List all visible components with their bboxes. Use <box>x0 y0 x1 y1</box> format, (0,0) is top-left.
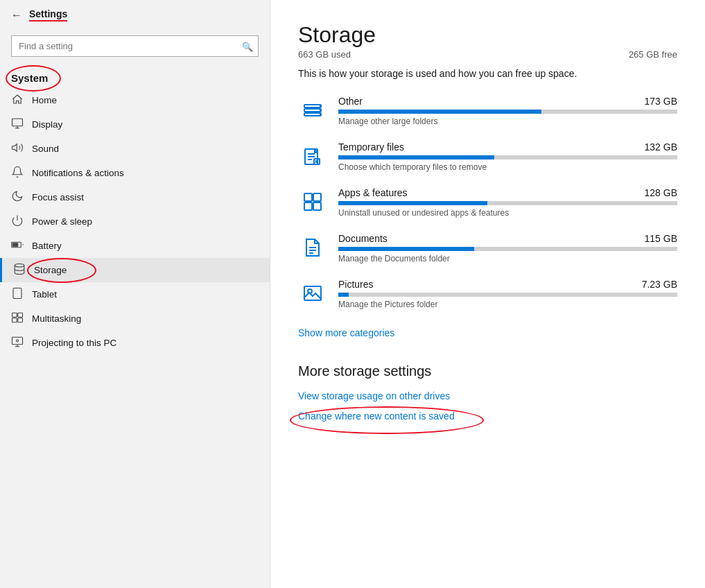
nav-label-focus: Focus assist <box>32 192 84 202</box>
progress-bar-bg-4 <box>338 293 677 297</box>
more-settings-title: More storage settings <box>298 363 677 379</box>
nav-item-storage[interactable]: Storage <box>0 258 270 282</box>
nav-icon-multitasking <box>11 311 24 327</box>
storage-item-header-4: Pictures 7.23 GB <box>338 279 677 290</box>
storage-item-details-0: Other 173 GB Manage other large folders <box>338 96 677 126</box>
nav-item-multitasking[interactable]: Multitasking <box>0 306 270 331</box>
storage-item-header-0: Other 173 GB <box>338 96 677 107</box>
svg-rect-6 <box>12 243 18 246</box>
storage-item-name-3: Documents <box>338 233 388 244</box>
nav-label-power: Power & sleep <box>32 216 92 227</box>
nav-icon-sound <box>11 141 24 157</box>
nav-label-storage: Storage <box>34 265 67 275</box>
svg-rect-10 <box>12 313 17 317</box>
used-label: 663 GB used <box>298 49 351 60</box>
nav-icon-battery <box>11 239 24 254</box>
storage-description: This is how your storage is used and how… <box>298 68 677 79</box>
progress-bar-bg-1 <box>338 155 677 159</box>
nav-label-notifications: Notifications & actions <box>32 168 124 178</box>
storage-item-temporary-files[interactable]: Temporary files 132 GB Choose which temp… <box>298 141 677 172</box>
nav-label-sound: Sound <box>32 144 59 154</box>
storage-item-icon-4 <box>298 279 327 308</box>
storage-item-details-4: Pictures 7.23 GB Manage the Pictures fol… <box>338 279 677 309</box>
nav-list: Home Display Sound Notifications & actio… <box>0 88 270 355</box>
progress-bar-fill-2 <box>338 201 487 205</box>
storage-stats: 663 GB used 265 GB free <box>298 49 677 60</box>
storage-item-size-3: 115 GB <box>645 233 677 244</box>
nav-label-battery: Battery <box>32 241 62 251</box>
progress-bar-fill-4 <box>338 293 349 297</box>
svg-rect-14 <box>12 337 23 345</box>
nav-icon-notifications <box>11 166 24 181</box>
nav-item-notifications[interactable]: Notifications & actions <box>0 161 270 185</box>
svg-marker-3 <box>12 144 17 151</box>
svg-rect-34 <box>313 202 321 210</box>
storage-item-sub-3: Manage the Documents folder <box>338 254 677 263</box>
nav-item-tablet[interactable]: Tablet <box>0 282 270 306</box>
svg-rect-18 <box>304 105 321 107</box>
storage-item-name-0: Other <box>338 96 363 107</box>
nav-icon-focus <box>11 190 24 205</box>
svg-point-17 <box>17 340 19 342</box>
storage-item-size-0: 173 GB <box>645 96 677 107</box>
view-storage-link[interactable]: View storage usage on other drives <box>298 390 677 401</box>
search-input[interactable] <box>11 35 259 57</box>
svg-rect-38 <box>304 286 321 300</box>
main-content: Storage 663 GB used 265 GB free This is … <box>270 0 705 588</box>
progress-bar-bg-3 <box>338 247 677 251</box>
sidebar-title: Settings <box>29 8 67 21</box>
nav-item-power[interactable]: Power & sleep <box>0 209 270 234</box>
storage-item-size-4: 7.23 GB <box>642 279 677 290</box>
svg-rect-11 <box>18 313 23 317</box>
show-more-link[interactable]: Show more categories <box>298 327 394 338</box>
nav-icon-tablet <box>11 287 24 302</box>
nav-label-display: Display <box>32 119 62 130</box>
storage-item-sub-0: Manage other large folders <box>338 116 677 126</box>
progress-bar-fill-0 <box>338 110 541 114</box>
nav-item-focus[interactable]: Focus assist <box>0 185 270 209</box>
storage-item-name-4: Pictures <box>338 279 374 290</box>
nav-label-home: Home <box>32 95 57 105</box>
nav-item-home[interactable]: Home <box>0 88 270 112</box>
progress-bar-fill-1 <box>338 155 494 159</box>
svg-rect-0 <box>12 119 23 126</box>
nav-icon-storage <box>13 263 26 278</box>
storage-item-apps-&-features[interactable]: Apps & features 128 GB Uninstall unused … <box>298 187 677 218</box>
storage-item-other[interactable]: Other 173 GB Manage other large folders <box>298 96 677 126</box>
svg-point-7 <box>15 263 24 267</box>
storage-item-name-2: Apps & features <box>338 187 408 198</box>
storage-items-list: Other 173 GB Manage other large folders … <box>298 96 677 309</box>
search-box: 🔍 <box>11 35 259 57</box>
storage-item-icon-0 <box>298 96 327 125</box>
storage-item-size-2: 128 GB <box>645 187 677 198</box>
back-button[interactable]: ← <box>11 9 22 21</box>
svg-rect-20 <box>304 113 321 116</box>
storage-item-header-3: Documents 115 GB <box>338 233 677 244</box>
sidebar-header: ← Settings <box>0 0 270 30</box>
progress-bar-fill-3 <box>338 247 474 251</box>
page-title: Storage <box>298 22 677 48</box>
change-content-link[interactable]: Change where new content is saved <box>298 410 455 422</box>
nav-item-sound[interactable]: Sound <box>0 137 270 161</box>
storage-item-size-1: 132 GB <box>645 141 677 153</box>
storage-item-sub-1: Choose which temporary files to remove <box>338 162 677 172</box>
storage-item-documents[interactable]: Documents 115 GB Manage the Documents fo… <box>298 233 677 263</box>
svg-rect-33 <box>304 202 312 210</box>
progress-bar-bg-0 <box>338 110 677 114</box>
system-label: System <box>0 68 270 88</box>
nav-item-display[interactable]: Display <box>0 112 270 137</box>
storage-item-sub-4: Manage the Pictures folder <box>338 300 677 309</box>
nav-label-multitasking: Multitasking <box>32 313 81 324</box>
nav-item-battery[interactable]: Battery <box>0 234 270 258</box>
storage-item-icon-2 <box>298 187 327 216</box>
storage-item-pictures[interactable]: Pictures 7.23 GB Manage the Pictures fol… <box>298 279 677 309</box>
storage-item-details-1: Temporary files 132 GB Choose which temp… <box>338 141 677 172</box>
nav-icon-power <box>11 214 24 230</box>
nav-label-projecting: Projecting to this PC <box>32 338 116 348</box>
nav-item-projecting[interactable]: Projecting to this PC <box>0 331 270 355</box>
storage-item-icon-3 <box>298 233 327 262</box>
change-content-wrap: Change where new content is saved <box>298 410 455 430</box>
back-icon: ← <box>11 9 22 21</box>
system-section: System <box>0 68 270 88</box>
free-label: 265 GB free <box>629 49 677 60</box>
